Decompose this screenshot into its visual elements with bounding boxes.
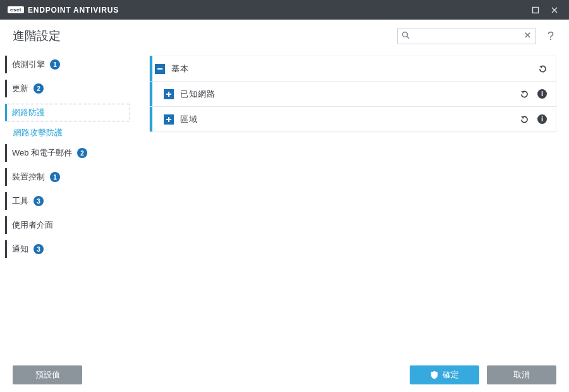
settings-panel: 基本 已知網路 i	[149, 56, 556, 132]
sidebar-item-network-protection[interactable]: 網路防護	[5, 104, 130, 121]
footer: 預設值 確定 取消	[0, 358, 569, 392]
search-icon	[401, 30, 410, 42]
sidebar-item-tools[interactable]: 工具 3	[5, 192, 130, 210]
page-title: 進階設定	[13, 28, 388, 44]
undo-button[interactable]	[537, 64, 547, 74]
search-input[interactable]	[413, 32, 520, 40]
button-label: 確定	[443, 369, 459, 381]
sidebar-item-label: 工具	[12, 195, 28, 207]
section-label: 已知網路	[180, 89, 512, 100]
button-label: 預設值	[35, 369, 60, 381]
expand-icon	[164, 114, 174, 125]
search-input-wrapper[interactable]	[397, 28, 536, 44]
info-icon[interactable]: i	[537, 89, 547, 99]
section-label: 基本	[171, 63, 530, 75]
sidebar-item-label: 裝置控制	[12, 171, 45, 183]
product-name: ENDPOINT ANTIVIRUS	[28, 6, 119, 15]
info-icon[interactable]: i	[537, 114, 547, 124]
undo-button[interactable]	[518, 89, 529, 99]
close-button[interactable]	[545, 1, 564, 20]
badge: 3	[34, 244, 44, 254]
sidebar-item-engine[interactable]: 偵測引擎 1	[5, 56, 130, 73]
svg-rect-0	[533, 7, 539, 13]
sidebar-item-device-control[interactable]: 裝置控制 1	[5, 168, 130, 186]
sidebar-item-label: 更新	[12, 83, 28, 94]
ok-button[interactable]: 確定	[410, 365, 479, 384]
svg-point-1	[403, 32, 408, 37]
badge: 3	[34, 196, 44, 206]
help-button[interactable]: ?	[545, 30, 556, 43]
undo-icon	[537, 64, 547, 73]
sidebar-item-user-interface[interactable]: 使用者介面	[5, 216, 130, 234]
defaults-button[interactable]: 預設值	[13, 365, 82, 384]
sidebar-item-label: 網路防護	[12, 107, 45, 118]
badge: 1	[50, 172, 60, 182]
sidebar-item-label: Web 和電子郵件	[12, 147, 72, 159]
sidebar-item-label: 使用者介面	[12, 219, 53, 231]
section-known-networks[interactable]: 已知網路 i	[150, 81, 556, 106]
accent-gutter	[150, 107, 152, 132]
sidebar-item-label: 網路攻擊防護	[13, 127, 63, 138]
sidebar-item-notifications[interactable]: 通知 3	[5, 240, 130, 258]
brand-badge: eset	[8, 6, 24, 13]
titlebar: eset ENDPOINT ANTIVIRUS	[0, 0, 569, 20]
shield-icon	[430, 371, 439, 379]
accent-gutter	[150, 82, 152, 106]
content-area: 基本 已知網路 i	[133, 52, 563, 383]
sidebar-item-label: 偵測引擎	[12, 59, 45, 70]
undo-icon	[519, 114, 529, 124]
maximize-button[interactable]	[526, 1, 545, 20]
badge: 2	[77, 148, 87, 158]
sidebar-item-update[interactable]: 更新 2	[5, 80, 130, 97]
undo-icon	[519, 89, 529, 99]
header-row: 進階設定 ?	[0, 20, 569, 48]
sidebar-item-web-email[interactable]: Web 和電子郵件 2	[5, 144, 130, 162]
badge: 1	[50, 59, 60, 70]
sidebar-item-network-attack[interactable]: 網路攻擊防護	[5, 124, 130, 142]
close-icon	[551, 6, 558, 14]
section-zones[interactable]: 區域 i	[150, 106, 556, 132]
maximize-icon	[532, 6, 539, 14]
body: 偵測引擎 1 更新 2 網路防護 網路攻擊防護 Web 和電子郵件 2 裝置控制…	[0, 48, 569, 383]
cancel-button[interactable]: 取消	[487, 365, 556, 384]
button-label: 取消	[513, 369, 530, 381]
badge: 2	[34, 83, 44, 94]
undo-button[interactable]	[518, 114, 529, 125]
expand-icon	[164, 89, 174, 99]
clear-search-button[interactable]	[523, 30, 532, 42]
section-basic[interactable]: 基本	[150, 56, 556, 81]
section-label: 區域	[180, 114, 512, 125]
collapse-icon	[155, 64, 165, 74]
sidebar: 偵測引擎 1 更新 2 網路防護 網路攻擊防護 Web 和電子郵件 2 裝置控制…	[0, 52, 133, 383]
sidebar-item-label: 通知	[12, 243, 28, 255]
